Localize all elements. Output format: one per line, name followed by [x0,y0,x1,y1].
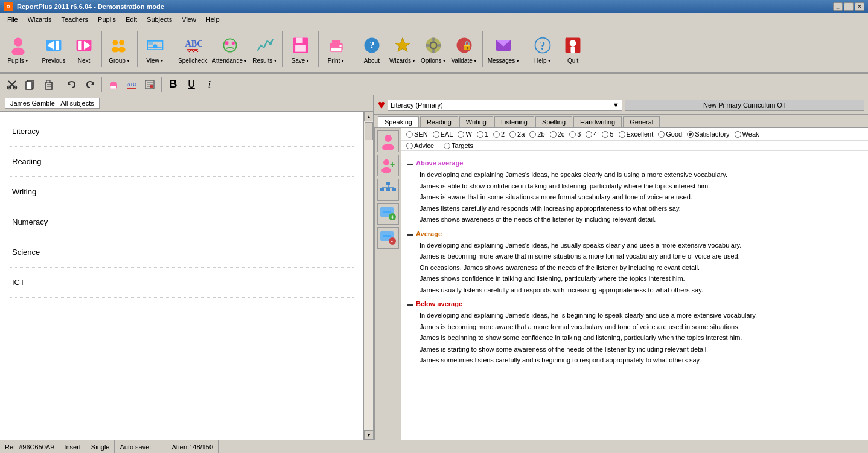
radio-sen[interactable]: SEN [406,130,428,138]
bold-button[interactable]: B [165,77,182,92]
scroll-thumb[interactable] [365,122,373,140]
svg-point-9 [112,40,118,45]
svg-point-67 [385,135,392,142]
menu-bar: File Wizards Teachers Pupils Edit Subjec… [0,13,868,25]
average-collapse-btn[interactable]: ▬ [407,230,413,237]
menu-help[interactable]: Help [201,14,225,24]
svg-text:-: - [391,236,394,246]
scroll-down-arrow[interactable]: ▼ [364,430,373,440]
spellcheck-button[interactable]: ABC Spellcheck [176,27,209,71]
print-button[interactable]: Print ▼ [322,27,351,71]
radio-targets[interactable]: Targets [444,142,473,149]
right-panel: ♥ Literacy (Primary) ▼ New Primary Curri… [374,95,868,440]
copy-button[interactable] [22,77,39,92]
radio-good[interactable]: Good [658,130,682,138]
sep3 [137,31,138,67]
help-button[interactable]: ? Help ▼ [528,27,557,71]
subject-ict[interactable]: ICT [10,268,354,298]
radio-1[interactable]: 1 [477,130,488,138]
add-pupil-icon[interactable]: + [377,155,399,176]
radio-2b[interactable]: 2b [529,130,544,138]
options-button[interactable]: Options ▼ [419,27,448,71]
messages-button[interactable]: Messages ▼ [486,27,522,71]
radio-weak[interactable]: Weak [735,130,759,138]
menu-teachers[interactable]: Teachers [56,14,93,24]
menu-view[interactable]: View [177,14,201,24]
next-button[interactable]: Next [69,27,98,71]
menu-wizards[interactable]: Wizards [23,14,57,24]
view-button[interactable]: View ▼ [141,27,170,71]
validate-button[interactable]: 🔒 Validate ▼ [449,27,479,71]
remove-comment-icon[interactable]: - [377,227,399,249]
tab-spelling[interactable]: Spelling [535,116,572,127]
add-comment-icon[interactable]: + [377,203,399,225]
pupils-icon [7,34,29,56]
tab-reading[interactable]: Reading [420,116,458,127]
italic-button[interactable]: i [201,77,218,92]
radio-2[interactable]: 2 [493,130,505,138]
subject-numeracy[interactable]: Numeracy [10,207,354,237]
subject-writing[interactable]: Writing [10,177,354,207]
print-fmt-button[interactable] [105,77,122,92]
scroll-up-arrow[interactable]: ▲ [364,112,373,121]
find-button[interactable] [141,77,158,92]
grade-radio-row: SEN EAL W 1 2 2a 2b 2c 3 4 5 Excellent G… [401,128,868,141]
pupil-photo-icon[interactable] [377,130,399,152]
title-bar-left: R ReportPlus 2011 r6.6.04 - Demonstratio… [4,2,164,11]
results-button[interactable]: Results ▼ [251,27,279,71]
radio-3[interactable]: 3 [569,130,581,138]
svg-text:ABC: ABC [127,82,137,88]
tab-handwriting[interactable]: Handwriting [573,116,622,127]
hierarchy-icon[interactable] [377,179,399,201]
subject-reading[interactable]: Reading [10,147,354,177]
svg-text:+: + [391,213,395,222]
undo-button[interactable] [63,77,80,92]
radio-4[interactable]: 4 [586,130,597,138]
radio-excellent[interactable]: Excellent [619,130,654,138]
svg-text:ABC: ABC [185,38,202,48]
group-button[interactable]: Group ▼ [105,27,134,71]
quit-button[interactable]: Quit [558,27,587,71]
close-button[interactable]: ✕ [855,2,864,11]
underline-button[interactable]: U [183,77,200,92]
subject-literacy[interactable]: Literacy [10,117,354,147]
radio-5[interactable]: 5 [602,130,613,138]
below-collapse-btn[interactable]: ▬ [407,301,413,307]
window-controls[interactable]: _ □ ✕ [833,2,864,11]
radio-w[interactable]: W [458,130,471,138]
tab-listening[interactable]: Listening [494,116,534,127]
subject-selector[interactable]: Literacy (Primary) ▼ [388,100,622,111]
cut-button[interactable] [4,77,21,92]
left-scrollbar[interactable]: ▲ ▼ [363,112,373,440]
save-button[interactable]: Save ▼ [286,27,315,71]
menu-edit[interactable]: Edit [121,14,142,24]
tab-writing[interactable]: Writing [459,116,493,127]
average-title: Average [416,230,442,237]
radio-eal[interactable]: EAL [433,130,453,138]
menu-subjects[interactable]: Subjects [142,14,177,24]
about-button[interactable]: ? About [357,27,386,71]
fmt-sep1 [60,77,60,92]
redo-button[interactable] [81,77,98,92]
tab-general[interactable]: General [623,116,660,127]
radio-2c[interactable]: 2c [550,130,565,138]
menu-file[interactable]: File [2,14,23,24]
subject-science[interactable]: Science [10,237,354,268]
pupils-button[interactable]: Pupils ▼ [4,27,33,71]
radio-advice[interactable]: Advice [406,142,434,149]
attendance-button[interactable]: Attendance ▼ [210,27,249,71]
above-collapse-btn[interactable]: ▬ [407,160,413,167]
tab-speaking[interactable]: Speaking [378,116,419,127]
radio-2a[interactable]: 2a [509,130,525,138]
radio-4-circle [586,131,592,138]
paste-button[interactable] [40,77,57,92]
spellcheck-fmt-button[interactable]: ABC [123,77,140,92]
avg-item-5: James usually listens carefully and resp… [407,284,862,296]
sep8 [482,31,483,67]
radio-satisfactory[interactable]: Satisfactory [687,130,729,138]
maximize-button[interactable]: □ [844,2,854,11]
menu-pupils[interactable]: Pupils [93,14,121,24]
minimize-button[interactable]: _ [833,2,843,11]
wizards-button[interactable]: Wizards ▼ [388,27,418,71]
previous-button[interactable]: Previous [39,27,68,71]
